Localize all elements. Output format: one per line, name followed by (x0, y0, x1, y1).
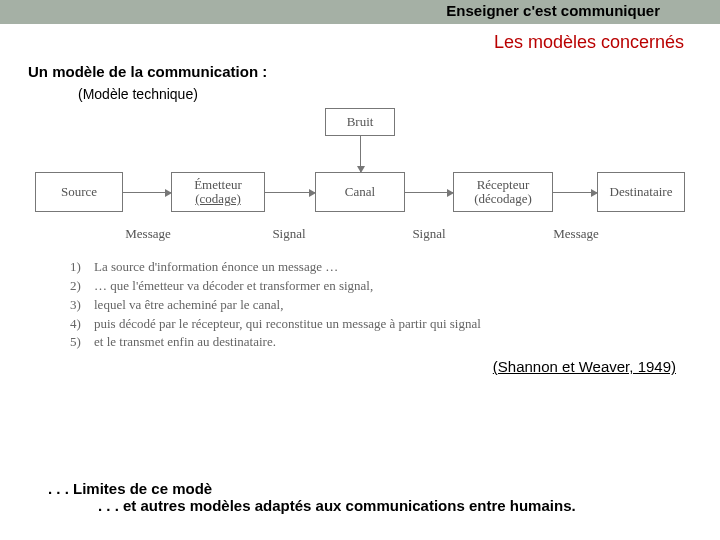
list-item: 4)puis décodé par le récepteur, qui reco… (70, 315, 720, 334)
page-title: Enseigner c'est communiquer (446, 2, 660, 19)
arrow-recepteur-destinataire (553, 192, 597, 193)
explanation-list: 1)La source d'information énonce un mess… (0, 248, 720, 352)
section-subheading: (Modèle technique) (0, 86, 720, 108)
box-source: Source (35, 172, 123, 212)
box-destinataire: Destinataire (597, 172, 685, 212)
box-recepteur: Récepteur (décodage) (453, 172, 553, 212)
footer-line-1: . . . Limites de ce modè (0, 480, 720, 497)
label-signal-1: Signal (259, 226, 319, 242)
recepteur-sub: (décodage) (454, 192, 552, 206)
section-heading: Un modèle de la communication : (0, 57, 720, 86)
subtitle: Les modèles concernés (0, 24, 720, 57)
communication-diagram: Bruit Source Émetteur (codage) Canal Réc… (35, 108, 685, 248)
list-item: 1)La source d'information énonce un mess… (70, 258, 720, 277)
label-message-2: Message (541, 226, 611, 242)
box-emetteur: Émetteur (codage) (171, 172, 265, 212)
arrow-emetteur-canal (265, 192, 315, 193)
label-message-1: Message (113, 226, 183, 242)
recepteur-label: Récepteur (454, 178, 552, 192)
box-canal: Canal (315, 172, 405, 212)
footer-notes: . . . Limites de ce modè . . . et autres… (0, 480, 720, 514)
arrow-source-emetteur (123, 192, 171, 193)
title-bar: Enseigner c'est communiquer (0, 0, 720, 24)
citation: (Shannon et Weaver, 1949) (0, 352, 720, 375)
label-signal-2: Signal (399, 226, 459, 242)
list-item: 5)et le transmet enfin au destinataire. (70, 333, 720, 352)
list-item: 2)… que l'émetteur va décoder et transfo… (70, 277, 720, 296)
arrow-bruit-canal (360, 136, 361, 172)
list-item: 3)lequel va être acheminé par le canal, (70, 296, 720, 315)
emetteur-sub: (codage) (172, 192, 264, 206)
arrow-canal-recepteur (405, 192, 453, 193)
box-bruit: Bruit (325, 108, 395, 136)
footer-line-2: . . . et autres modèles adaptés aux comm… (0, 497, 720, 514)
emetteur-label: Émetteur (172, 178, 264, 192)
